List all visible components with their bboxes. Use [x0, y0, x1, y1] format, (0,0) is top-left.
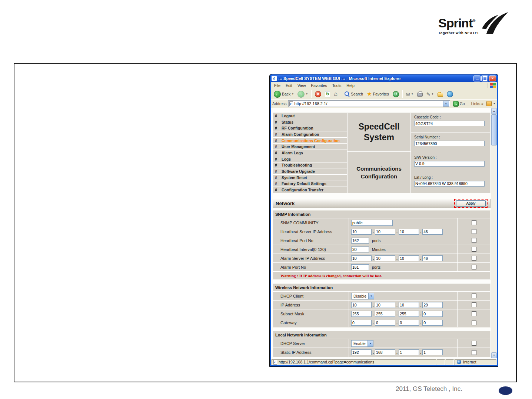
input-subnet-mask-octet-3[interactable]: [399, 311, 419, 317]
dropdown-dhcp-server[interactable]: Enable▼: [351, 340, 373, 347]
close-button[interactable]: ×: [489, 76, 496, 81]
menu-item-help[interactable]: Help: [344, 83, 357, 88]
input-gateway-octet-3[interactable]: [399, 320, 419, 326]
input-heartbeat-interval-0-120[interactable]: [351, 247, 369, 252]
nav-item-factory-default-settings[interactable]: #Factory Default Settings: [273, 181, 347, 187]
checkbox-dhcp-server[interactable]: [472, 341, 476, 346]
apply-button[interactable]: Apply: [456, 200, 486, 207]
input-alarm-server-ip-address-octet-2[interactable]: [375, 255, 395, 261]
scroll-down-icon[interactable]: ▼: [491, 352, 497, 358]
menu-item-tools[interactable]: Tools: [330, 83, 344, 88]
window-body: FileEditViewFavoritesToolsHelp ← Back ▼ …: [271, 82, 497, 365]
checkbox-gateway[interactable]: [472, 321, 476, 325]
nav-item-communications-configuration[interactable]: #Communications Configuration: [273, 138, 347, 144]
input-ip-address-octet-1[interactable]: [351, 302, 372, 308]
input-heartbeat-port-no[interactable]: [351, 238, 369, 244]
nav-item-alarm-logs[interactable]: #Alarm Logs: [273, 150, 347, 156]
forward-button[interactable]: → ▼: [296, 90, 309, 98]
nav-item-user-management[interactable]: #User Management: [273, 144, 347, 150]
edit-button[interactable]: ✎ ▼: [425, 90, 435, 98]
nav-item-logout[interactable]: #Logout: [273, 113, 347, 119]
print-button[interactable]: [416, 90, 424, 98]
checkbox-heartbeat-interval-0-120[interactable]: [472, 247, 476, 252]
mail-button[interactable]: ✉ ▼: [405, 90, 415, 98]
messenger-button[interactable]: [445, 90, 455, 98]
checkbox-alarm-server-ip-address[interactable]: [472, 256, 476, 261]
vertical-scrollbar[interactable]: ▲ ▼: [491, 108, 497, 358]
info-input-lat-long[interactable]: [414, 181, 485, 187]
checkbox-heartbeat-server-ip-address[interactable]: [472, 229, 476, 234]
info-input-s-w-version[interactable]: [414, 161, 485, 167]
checkbox-snmp-community[interactable]: [472, 220, 476, 225]
input-alarm-port-no[interactable]: [351, 264, 369, 270]
input-ip-address-octet-2[interactable]: [375, 302, 395, 308]
nav-item-logs[interactable]: #Logs: [273, 156, 347, 162]
nav-item-system-reset[interactable]: #System Reset: [273, 175, 347, 181]
menu-item-favorites[interactable]: Favorites: [309, 83, 330, 88]
checkbox-dhcp-client[interactable]: [472, 294, 476, 298]
checkbox-subnet-mask[interactable]: [472, 311, 476, 316]
row-field: Disable▼: [349, 292, 458, 300]
input-alarm-server-ip-address-octet-4[interactable]: [422, 255, 443, 261]
input-subnet-mask-octet-4[interactable]: [422, 311, 443, 317]
menu-item-file[interactable]: File: [272, 83, 283, 88]
nav-item-software-upgrade[interactable]: #Software Upgrade: [273, 168, 347, 175]
history-button[interactable]: ↺: [391, 90, 400, 98]
checkbox-static-ip-address[interactable]: [472, 350, 476, 355]
nav-item-troubleshooting[interactable]: #Troubleshooting: [273, 162, 347, 169]
nav-item-status[interactable]: #Status: [273, 119, 347, 125]
checkbox-heartbeat-port-no[interactable]: [472, 238, 476, 243]
address-dropdown-icon[interactable]: ▼: [443, 101, 449, 107]
checkbox-alarm-port-no[interactable]: [472, 265, 476, 269]
search-button[interactable]: Search: [343, 90, 365, 98]
input-ip-address-octet-3[interactable]: [399, 302, 419, 308]
input-gateway-octet-4[interactable]: [422, 320, 443, 326]
toolbar-separator: [311, 90, 312, 98]
refresh-button[interactable]: ↻: [323, 90, 332, 98]
row-field: ...: [349, 254, 458, 262]
back-button[interactable]: ← Back ▼: [272, 90, 295, 98]
title-bar: e ::: SpeedCell SYSTEM WEB GUI ::: - Mic…: [271, 74, 497, 82]
input-snmp-community[interactable]: [351, 220, 393, 226]
input-static-ip-address-octet-2[interactable]: [375, 349, 395, 355]
input-ip-address-octet-4[interactable]: [422, 302, 443, 308]
status-cell: [437, 359, 445, 365]
input-heartbeat-server-ip-address-octet-4[interactable]: [422, 229, 443, 235]
scroll-up-icon[interactable]: ▲: [491, 108, 497, 114]
maximize-button[interactable]: [481, 76, 488, 81]
address-input[interactable]: http://192.168.2.1/ ▼: [288, 100, 450, 107]
nav-item-rf-configuration[interactable]: #RF Configuration: [273, 125, 347, 131]
folder-button[interactable]: [436, 90, 445, 98]
home-button[interactable]: ⌂: [332, 90, 339, 98]
checkbox-ip-address[interactable]: [472, 302, 476, 307]
input-heartbeat-server-ip-address-octet-1[interactable]: [351, 229, 372, 235]
go-button[interactable]: → Go: [452, 100, 466, 107]
input-gateway-octet-1[interactable]: [351, 320, 372, 326]
favorites-button[interactable]: ★ Favorites: [365, 90, 390, 98]
scrollbar-thumb[interactable]: [491, 114, 497, 145]
status-url: http://192.168.1.1/command.cgi?page=comm…: [279, 360, 374, 364]
input-gateway-octet-2[interactable]: [375, 320, 395, 326]
nav-item-configuration-transfer[interactable]: #Configuration Transfer: [273, 187, 347, 193]
info-input-cascade-code[interactable]: [414, 121, 485, 126]
links-button[interactable]: Links »: [470, 101, 485, 106]
menu-item-view[interactable]: View: [295, 83, 309, 88]
menu-item-edit[interactable]: Edit: [283, 83, 295, 88]
input-subnet-mask-octet-2[interactable]: [375, 311, 395, 317]
plugin-icon[interactable]: [486, 101, 492, 106]
dropdown-dhcp-client[interactable]: Disable▼: [351, 293, 374, 299]
stop-button[interactable]: ×: [313, 90, 323, 98]
input-alarm-server-ip-address-octet-1[interactable]: [351, 255, 372, 261]
nav-item-alarm-configuration[interactable]: #Alarm Configuration: [273, 131, 347, 138]
input-heartbeat-server-ip-address-octet-2[interactable]: [375, 229, 395, 235]
input-static-ip-address-octet-3[interactable]: [399, 349, 419, 355]
nav-bullet: #: [273, 131, 279, 137]
input-static-ip-address-octet-1[interactable]: [351, 349, 372, 355]
input-subnet-mask-octet-1[interactable]: [351, 311, 372, 317]
input-heartbeat-server-ip-address-octet-3[interactable]: [399, 229, 419, 235]
input-alarm-server-ip-address-octet-3[interactable]: [399, 255, 419, 261]
nav-bullet: #: [273, 144, 279, 150]
minimize-button[interactable]: [473, 76, 481, 81]
info-input-serial-number[interactable]: [414, 141, 485, 146]
input-static-ip-address-octet-4[interactable]: [422, 349, 443, 355]
